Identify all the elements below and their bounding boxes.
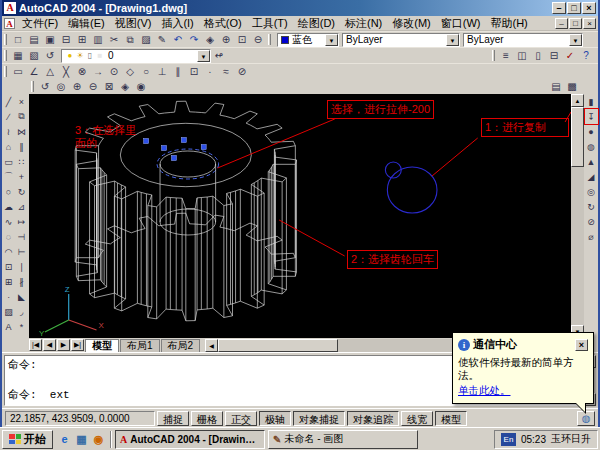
layer-dropdown[interactable]: ●☀▯■ 0 ▼	[61, 49, 211, 63]
copy-icon[interactable]: ⧉	[15, 109, 28, 124]
tab-model[interactable]: 模型	[85, 339, 119, 352]
snap-midpoint-icon[interactable]: △	[42, 65, 58, 79]
layer-manager-icon[interactable]: ▦	[10, 49, 26, 63]
arc-icon[interactable]: ⌒	[2, 169, 15, 184]
ellipse-arc-icon[interactable]: ◠	[2, 244, 15, 259]
clock[interactable]: 05:23	[521, 434, 546, 445]
grip-handle[interactable]	[201, 145, 206, 150]
layer-previous-icon[interactable]: ↫	[211, 49, 227, 63]
plot-icon[interactable]: ⊟	[58, 33, 74, 47]
insert-block-icon[interactable]: ⊡	[2, 259, 15, 274]
zoom-out-icon[interactable]: ⊖	[85, 80, 101, 94]
snap-node-icon[interactable]: ∙	[202, 65, 218, 79]
menu-view[interactable]: 视图(V)	[110, 15, 157, 32]
line-icon[interactable]: ╱	[2, 94, 15, 109]
linetype-dropdown[interactable]: ByLayer ▼	[342, 33, 460, 47]
toolbar-grip[interactable]	[268, 34, 271, 45]
menu-tools[interactable]: 工具(T)	[247, 15, 293, 32]
make-block-icon[interactable]: ⊞	[2, 274, 15, 289]
child-close-button[interactable]: ×	[583, 18, 596, 29]
trim-icon[interactable]: ⊣	[15, 229, 28, 244]
make-object-layer-current-icon[interactable]: ↺	[42, 49, 58, 63]
menu-edit[interactable]: 编辑(E)	[63, 15, 110, 32]
offset-icon[interactable]: ∥	[15, 139, 28, 154]
toolbar-grip[interactable]	[4, 34, 7, 45]
point-icon[interactable]: ∙	[2, 289, 15, 304]
language-indicator[interactable]: En	[501, 433, 516, 446]
dropdown-arrow-icon[interactable]: ▼	[325, 34, 338, 46]
layer-on-icon[interactable]: ●	[65, 51, 75, 60]
zoom-in-icon[interactable]: ⊕	[69, 80, 85, 94]
array-icon[interactable]: ∷	[15, 154, 28, 169]
status-snap[interactable]: 捕捉	[157, 411, 189, 426]
layer-states-icon[interactable]: ▧	[26, 49, 42, 63]
balloon-close-button[interactable]: ×	[575, 339, 588, 351]
snap-quadrant-icon[interactable]: ◇	[122, 65, 138, 79]
status-polar[interactable]: 极轴	[259, 411, 291, 426]
status-lineweight[interactable]: 线宽	[401, 411, 433, 426]
scroll-left-icon[interactable]: ◀	[205, 339, 218, 352]
fillet-icon[interactable]: ◞	[15, 304, 28, 319]
toolbar-grip[interactable]	[4, 66, 7, 77]
new-icon[interactable]: □	[10, 33, 26, 47]
status-grid[interactable]: 栅格	[191, 411, 223, 426]
3d-orbit-icon[interactable]: ◉	[133, 80, 149, 94]
tool-palettes-icon[interactable]: ▯	[530, 49, 546, 63]
mtext-icon[interactable]: A	[2, 319, 15, 334]
chamfer-icon[interactable]: ◣	[15, 289, 28, 304]
tab-nav-1[interactable]: ◀	[43, 339, 56, 351]
mirror-icon[interactable]: ⋈	[15, 124, 28, 139]
explode-icon[interactable]: *	[15, 319, 28, 334]
tab-nav-2[interactable]: ▶	[57, 339, 70, 351]
color-dropdown[interactable]: 蓝色 ▼	[277, 33, 339, 47]
lineweight-dropdown[interactable]: ByLayer ▼	[463, 33, 583, 47]
snap-insertion-icon[interactable]: ⊡	[186, 65, 202, 79]
save-icon[interactable]: ▣	[42, 33, 58, 47]
menu-modify[interactable]: 修改(M)	[387, 15, 436, 32]
status-otrack[interactable]: 对象追踪	[347, 411, 399, 426]
polygon-icon[interactable]: ⌂	[2, 139, 15, 154]
zoom-extents-icon[interactable]: ⊠	[101, 80, 117, 94]
dropdown-arrow-icon[interactable]: ▼	[446, 34, 459, 46]
zoom-realtime-icon[interactable]: ⊕	[218, 33, 234, 47]
task-paint[interactable]: ✎未命名 - 画图	[268, 430, 418, 449]
extend-icon[interactable]: ⊢	[15, 244, 28, 259]
circle-icon[interactable]: ○	[2, 184, 15, 199]
cone-icon[interactable]: ▲	[585, 154, 598, 169]
erase-icon[interactable]: ×	[15, 94, 28, 109]
revolve-icon[interactable]: ↻	[585, 199, 598, 214]
move-icon[interactable]: +	[15, 169, 28, 184]
rotate-icon[interactable]: ↻	[15, 184, 28, 199]
snap-nearest-icon[interactable]: ≈	[218, 65, 234, 79]
snap-intersection-icon[interactable]: ╳	[58, 65, 74, 79]
construction-line-icon[interactable]: ∕	[2, 109, 15, 124]
menu-help[interactable]: 帮助(H)	[486, 15, 533, 32]
paste-icon[interactable]: ▨	[138, 33, 154, 47]
help-icon[interactable]: ?	[578, 49, 594, 63]
snap-endpoint-icon[interactable]: ∠	[26, 65, 42, 79]
start-button[interactable]: 开始	[2, 430, 53, 449]
sphere-icon[interactable]: ●	[585, 124, 598, 139]
pan-icon[interactable]: ◈	[202, 33, 218, 47]
status-ortho[interactable]: 正交	[225, 411, 257, 426]
match-properties-icon[interactable]: ✎	[154, 33, 170, 47]
layer-lock-icon[interactable]: ▯	[85, 51, 95, 60]
ellipse-icon[interactable]: ◌	[2, 229, 15, 244]
child-minimize-button[interactable]: –	[555, 18, 568, 29]
dbconnect-icon[interactable]: ⊟	[546, 49, 562, 63]
layer-color-swatch-icon[interactable]: ■	[95, 51, 105, 60]
designcenter-icon[interactable]: ◫	[514, 49, 530, 63]
tab-layout1[interactable]: 布局1	[120, 339, 160, 352]
menu-dimension[interactable]: 标注(N)	[340, 15, 387, 32]
torus-icon[interactable]: ◎	[585, 184, 598, 199]
vertical-scrollbar[interactable]: ▲ ▼	[571, 94, 584, 338]
osnap-settings-icon[interactable]: ⊘	[234, 65, 250, 79]
snap-apparent-intersection-icon[interactable]: ⊗	[74, 65, 90, 79]
menu-draw[interactable]: 绘图(D)	[293, 15, 340, 32]
snap-tangent-icon[interactable]: ○	[138, 65, 154, 79]
slice-icon[interactable]: ⊘	[585, 214, 598, 229]
scroll-up-icon[interactable]: ▲	[571, 94, 584, 107]
break-icon[interactable]: ∦	[15, 274, 28, 289]
dropdown-arrow-icon[interactable]: ▼	[569, 34, 582, 46]
status-osnap[interactable]: 对象捕捉	[293, 411, 345, 426]
